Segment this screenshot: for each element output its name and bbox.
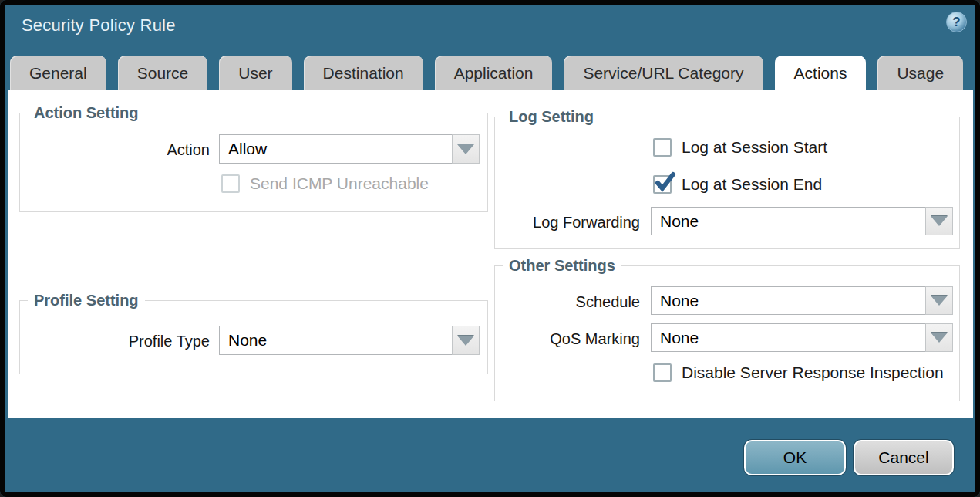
action-dropdown[interactable]: Allow bbox=[219, 134, 480, 164]
tab-application[interactable]: Application bbox=[435, 56, 553, 90]
tab-usage[interactable]: Usage bbox=[877, 56, 963, 90]
log-forwarding-dropdown-trigger[interactable] bbox=[925, 207, 953, 235]
profile-setting-group: Profile Setting Profile Type None bbox=[19, 300, 488, 374]
action-setting-legend: Action Setting bbox=[28, 104, 145, 122]
ok-button[interactable]: OK bbox=[744, 440, 846, 475]
profile-setting-legend: Profile Setting bbox=[28, 292, 145, 309]
security-policy-rule-dialog: Security Policy Rule ? GeneralSourceUser… bbox=[0, 0, 980, 497]
schedule-dropdown[interactable]: None bbox=[651, 286, 953, 315]
log-session-end-checkbox[interactable] bbox=[653, 175, 672, 194]
chevron-down-icon bbox=[457, 144, 474, 154]
qos-marking-dropdown-value: None bbox=[651, 323, 925, 352]
tab-actions[interactable]: Actions bbox=[775, 56, 867, 90]
dialog-title: Security Policy Rule bbox=[22, 15, 176, 36]
tab-destination[interactable]: Destination bbox=[304, 56, 423, 90]
send-icmp-unreachable-checkbox[interactable] bbox=[221, 174, 240, 193]
log-forwarding-dropdown-value: None bbox=[651, 207, 925, 235]
action-label: Action bbox=[167, 141, 210, 159]
dsri-row: Disable Server Response Inspection bbox=[653, 363, 944, 382]
log-session-end-label: Log at Session End bbox=[682, 175, 822, 194]
other-settings-legend: Other Settings bbox=[503, 257, 621, 275]
qos-marking-dropdown-trigger[interactable] bbox=[925, 323, 953, 352]
log-setting-group: Log Setting Log at Session Start Log at … bbox=[494, 117, 960, 248]
tab-service-url-category[interactable]: Service/URL Category bbox=[564, 56, 763, 90]
profile-type-dropdown-value: None bbox=[219, 326, 452, 355]
profile-type-dropdown-trigger[interactable] bbox=[452, 326, 480, 355]
actions-tab-panel: Action Setting Action Allow Send ICMP Un… bbox=[8, 90, 973, 418]
chevron-down-icon bbox=[457, 336, 474, 346]
help-icon[interactable]: ? bbox=[946, 12, 967, 32]
log-setting-legend: Log Setting bbox=[503, 108, 600, 126]
chevron-down-icon bbox=[931, 216, 948, 226]
action-dropdown-value: Allow bbox=[219, 134, 452, 164]
other-settings-group: Other Settings Schedule None QoS Marking… bbox=[494, 265, 960, 401]
action-setting-group: Action Setting Action Allow Send ICMP Un… bbox=[19, 113, 488, 212]
log-forwarding-label: Log Forwarding bbox=[533, 214, 640, 232]
action-dropdown-trigger[interactable] bbox=[452, 134, 480, 164]
tab-user[interactable]: User bbox=[219, 56, 291, 90]
send-icmp-unreachable-label: Send ICMP Unreachable bbox=[250, 174, 429, 193]
log-session-start-row: Log at Session Start bbox=[653, 138, 827, 157]
log-forwarding-dropdown[interactable]: None bbox=[651, 207, 953, 235]
log-session-start-checkbox[interactable] bbox=[653, 138, 672, 157]
log-session-end-row: Log at Session End bbox=[653, 175, 822, 194]
profile-type-label: Profile Type bbox=[129, 333, 210, 350]
qos-marking-label: QoS Marking bbox=[550, 330, 640, 348]
schedule-dropdown-value: None bbox=[651, 286, 925, 315]
dsri-checkbox[interactable] bbox=[653, 363, 672, 382]
schedule-label: Schedule bbox=[576, 293, 640, 311]
schedule-dropdown-trigger[interactable] bbox=[925, 286, 953, 315]
tab-bar: GeneralSourceUserDestinationApplicationS… bbox=[10, 56, 963, 90]
qos-marking-dropdown[interactable]: None bbox=[651, 323, 953, 352]
send-icmp-unreachable-row: Send ICMP Unreachable bbox=[221, 174, 429, 193]
chevron-down-icon bbox=[931, 296, 948, 306]
profile-type-dropdown[interactable]: None bbox=[219, 326, 480, 355]
log-session-start-label: Log at Session Start bbox=[682, 138, 827, 157]
tab-general[interactable]: General bbox=[10, 56, 106, 90]
cancel-button[interactable]: Cancel bbox=[854, 440, 954, 475]
tab-source[interactable]: Source bbox=[118, 56, 208, 90]
dsri-label: Disable Server Response Inspection bbox=[682, 363, 944, 382]
chevron-down-icon bbox=[931, 333, 948, 343]
